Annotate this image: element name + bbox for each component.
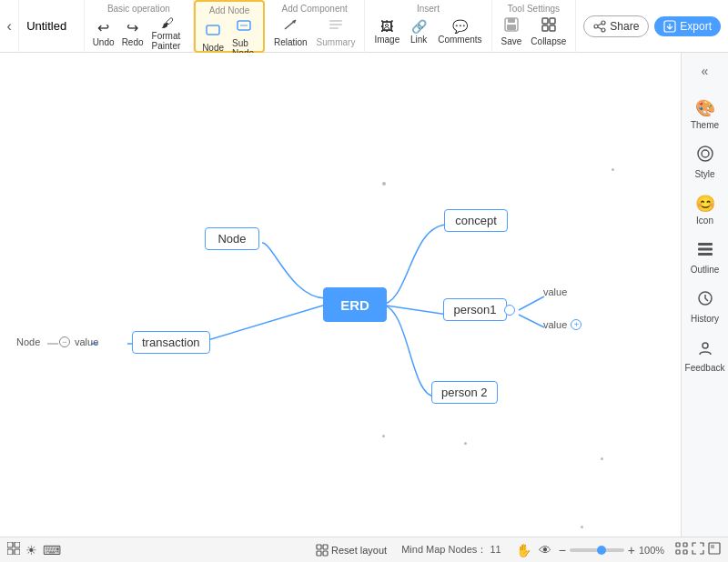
svg-rect-44 bbox=[683, 543, 687, 547]
relation-button[interactable]: Relation bbox=[270, 15, 311, 49]
transaction-node[interactable]: transaction bbox=[132, 331, 210, 354]
svg-point-15 bbox=[594, 25, 598, 28]
keyboard-icon[interactable]: ⌨ bbox=[43, 543, 61, 557]
sidebar-item-style[interactable]: Style bbox=[685, 139, 725, 185]
outline-label: Outline bbox=[691, 265, 720, 275]
svg-rect-30 bbox=[698, 243, 713, 246]
relation-label: Relation bbox=[274, 37, 308, 47]
add-component-group: Add Component Relation Summary bbox=[265, 0, 366, 53]
redo-button[interactable]: ↪ Redo bbox=[119, 17, 147, 49]
sidebar-item-history[interactable]: History bbox=[685, 284, 725, 329]
person2-node[interactable]: person 2 bbox=[431, 381, 498, 404]
erd-node[interactable]: ERD bbox=[323, 287, 387, 322]
svg-rect-40 bbox=[323, 545, 328, 549]
export-button[interactable]: Export bbox=[654, 16, 721, 36]
svg-rect-12 bbox=[542, 25, 548, 31]
svg-point-29 bbox=[702, 150, 709, 157]
share-label: Share bbox=[610, 20, 639, 33]
summary-icon bbox=[328, 16, 344, 36]
dot5 bbox=[601, 457, 603, 460]
icon-sidebar-icon: 😊 bbox=[695, 194, 715, 214]
svg-line-18 bbox=[598, 27, 602, 29]
value1-node: value bbox=[543, 286, 567, 297]
view-buttons bbox=[675, 542, 721, 557]
image-button[interactable]: 🖼 Image bbox=[370, 17, 403, 46]
tool-settings-group: Tool Settings Save Collapse bbox=[492, 0, 577, 53]
sidebar-item-feedback[interactable]: Feedback bbox=[685, 333, 725, 378]
back-button[interactable]: ‹ bbox=[0, 0, 19, 53]
minimap-button[interactable] bbox=[708, 542, 721, 557]
undo-icon: ↩ bbox=[97, 19, 109, 36]
svg-rect-31 bbox=[698, 248, 713, 251]
canvas[interactable]: ERD concept Node person1 person 2 transa… bbox=[0, 53, 681, 537]
format-painter-label: Format Painter bbox=[152, 31, 185, 51]
bottom-bar: ☀ ⌨ Reset layout Mind Map Nodes： 11 ✋ 👁 … bbox=[0, 537, 728, 562]
person1-label: person1 bbox=[454, 303, 497, 316]
save-icon bbox=[504, 17, 519, 35]
feedback-label: Feedback bbox=[685, 363, 725, 373]
svg-line-17 bbox=[598, 24, 602, 25]
theme-icon: 🎨 bbox=[695, 98, 715, 118]
dot1 bbox=[382, 182, 386, 186]
outline-icon bbox=[696, 240, 714, 263]
undo-button[interactable]: ↩ Undo bbox=[90, 17, 117, 49]
node-icon bbox=[205, 22, 221, 42]
concept-node[interactable]: concept bbox=[444, 209, 508, 232]
style-label: Style bbox=[694, 169, 714, 179]
svg-rect-8 bbox=[508, 18, 515, 23]
sidebar-collapse-button[interactable]: « bbox=[691, 60, 720, 82]
zoom-out-button[interactable]: − bbox=[559, 543, 566, 557]
history-icon bbox=[696, 289, 714, 312]
node-count: 11 bbox=[490, 544, 500, 555]
insert-label: Insert bbox=[417, 4, 440, 14]
style-icon bbox=[696, 145, 714, 167]
node-button[interactable]: Node bbox=[199, 20, 227, 55]
sub-node-icon bbox=[236, 17, 252, 37]
minus-connector: − bbox=[59, 336, 70, 347]
zoom-slider[interactable] bbox=[570, 548, 624, 552]
sidebar-item-icon[interactable]: 😊 Icon bbox=[685, 188, 725, 231]
reset-layout-button[interactable]: Reset layout bbox=[316, 544, 387, 557]
comments-button[interactable]: 💬 Comments bbox=[434, 17, 485, 46]
svg-rect-10 bbox=[542, 18, 548, 24]
zoom-in-button[interactable]: + bbox=[628, 543, 635, 557]
map-nodes-info: Mind Map Nodes： 11 bbox=[401, 543, 500, 557]
save-button[interactable]: Save bbox=[498, 15, 526, 48]
undo-label: Undo bbox=[93, 37, 115, 47]
hand-icon[interactable]: ✋ bbox=[516, 543, 531, 557]
share-button[interactable]: Share bbox=[583, 15, 649, 37]
node1-node[interactable]: Node bbox=[205, 227, 259, 250]
svg-rect-38 bbox=[15, 549, 20, 555]
icon-label: Icon bbox=[696, 216, 713, 226]
sun-icon[interactable]: ☀ bbox=[25, 543, 37, 557]
svg-line-21 bbox=[380, 305, 448, 315]
person1-node[interactable]: person1 bbox=[443, 298, 507, 321]
bottom-left-icons: ☀ ⌨ bbox=[7, 542, 61, 557]
dot6 bbox=[581, 526, 583, 528]
fullscreen-button[interactable] bbox=[692, 542, 704, 557]
sidebar-item-theme[interactable]: 🎨 Theme bbox=[685, 93, 725, 135]
sidebar-item-outline[interactable]: Outline bbox=[685, 235, 725, 280]
dot4 bbox=[464, 442, 467, 445]
basic-operation-group: Basic operation ↩ Undo ↪ Redo 🖌 Format P… bbox=[85, 0, 195, 53]
fit-view-button[interactable] bbox=[675, 542, 688, 557]
zoom-thumb bbox=[597, 546, 606, 555]
svg-rect-32 bbox=[698, 253, 713, 256]
link-label: Link bbox=[410, 35, 427, 45]
summary-button[interactable]: Summary bbox=[313, 15, 359, 49]
node-label: Node bbox=[202, 43, 224, 53]
comments-label: Comments bbox=[438, 35, 481, 45]
eye-icon[interactable]: 👁 bbox=[539, 543, 551, 557]
add-value-icon[interactable]: + bbox=[571, 319, 581, 330]
svg-rect-6 bbox=[329, 27, 339, 29]
link-button[interactable]: 🔗 Link bbox=[405, 17, 432, 46]
redo-icon: ↪ bbox=[126, 19, 138, 36]
format-painter-button[interactable]: 🖌 Format Painter bbox=[148, 14, 188, 53]
history-label: History bbox=[691, 314, 719, 324]
insert-group: Insert 🖼 Image 🔗 Link 💬 Comments bbox=[365, 0, 491, 53]
svg-rect-4 bbox=[329, 20, 342, 22]
toolbar: ‹ Untitled Basic operation ↩ Undo ↪ Redo… bbox=[0, 0, 728, 53]
grid-icon[interactable] bbox=[7, 542, 20, 557]
save-label: Save bbox=[501, 36, 522, 46]
collapse-button[interactable]: Collapse bbox=[527, 15, 570, 48]
